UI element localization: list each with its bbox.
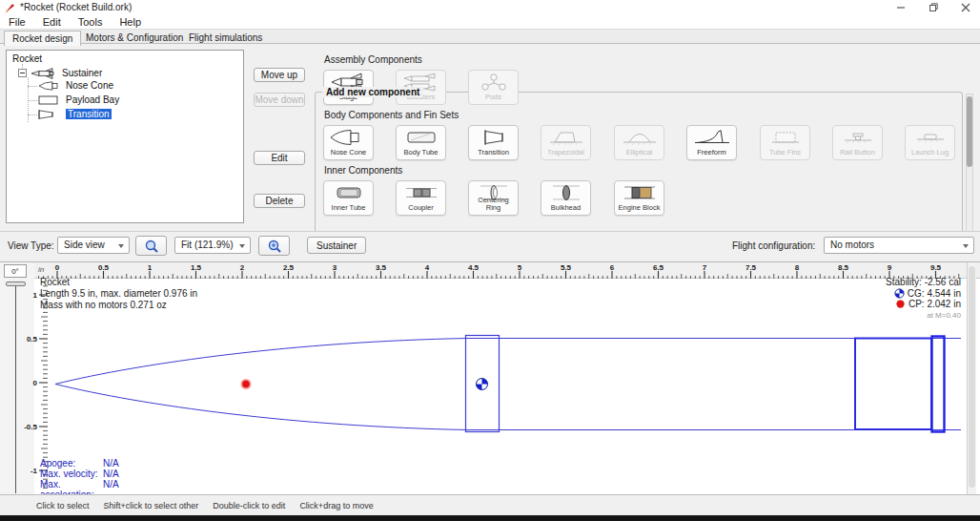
magnifier-icon <box>144 239 159 254</box>
cg-icon <box>894 288 905 299</box>
canvas-scrollbar[interactable] <box>967 262 976 495</box>
rail-button-icon <box>837 128 879 147</box>
apogee-value: N/A <box>103 458 119 469</box>
app-rocket-icon <box>5 2 16 13</box>
move-up-button[interactable]: Move up <box>254 68 305 82</box>
taskbar-edge <box>0 515 980 521</box>
trapezoidal-fin-icon <box>545 128 587 147</box>
zoom-out-button[interactable] <box>135 236 167 256</box>
max-velocity-value: N/A <box>103 469 119 479</box>
component-button-nose-cone[interactable]: Nose Cone <box>323 125 374 160</box>
tree-item-rocket[interactable]: Rocket <box>12 53 42 64</box>
flight-configuration-label: Flight configuration: <box>732 240 815 251</box>
tab-flight-simulations[interactable]: Flight simulations <box>181 31 270 45</box>
zoom-level-select[interactable]: Fit (121.9%) <box>174 237 251 254</box>
ruler-unit: in <box>38 265 44 274</box>
component-button-tube-fins[interactable]: Tube Fins <box>760 125 810 160</box>
tree-item-label[interactable]: Sustainer <box>62 68 102 78</box>
engine-block-icon <box>619 183 661 202</box>
component-button-pods[interactable]: Pods <box>468 70 519 105</box>
close-button[interactable] <box>951 0 980 15</box>
minimize-button[interactable] <box>887 0 915 15</box>
tree-item-label[interactable]: Nose Cone <box>66 80 113 91</box>
component-button-rail-button[interactable]: Rail Button <box>832 125 883 160</box>
collapse-expander-icon[interactable] <box>18 69 27 77</box>
menu-tools[interactable]: Tools <box>70 16 112 28</box>
rocket-length-info: Length 9.5 in, max. diameter 0.976 in <box>40 288 197 300</box>
component-button-transition[interactable]: Transition <box>468 125 519 160</box>
apogee-label: Apogee: <box>40 458 103 469</box>
menu-help[interactable]: Help <box>111 16 150 28</box>
component-tree[interactable]: Rocket Sustainer <box>6 50 244 223</box>
stability-block: Stability: -2.56 cal CG: 4.544 in CP: 2.… <box>886 277 961 321</box>
component-button-launch-lug[interactable]: Launch Lug <box>905 125 955 160</box>
tab-rocket-design[interactable]: Rocket design <box>4 31 81 46</box>
component-button-freeform[interactable]: Freeform <box>686 125 737 160</box>
chevron-down-icon <box>963 244 969 248</box>
move-down-button[interactable]: Move down <box>254 93 305 107</box>
edit-button[interactable]: Edit <box>254 151 305 165</box>
maximize-button[interactable] <box>919 0 948 15</box>
view-type-select[interactable]: Side view <box>57 237 130 254</box>
cg-marker <box>477 379 488 390</box>
stage-tree-icon <box>31 68 57 79</box>
minimize-icon <box>896 3 906 12</box>
tab-motors-configuration[interactable]: Motors & Configuration <box>78 31 191 45</box>
cp-marker <box>241 379 252 389</box>
window-title: *Rocket (Rocket Build.ork) <box>20 2 132 12</box>
component-button-engine-block[interactable]: Engine Block <box>614 180 664 216</box>
hint-click-drag: Click+drag to move <box>299 501 373 511</box>
nose-cone-tree-icon <box>38 81 63 91</box>
design-panel: Rocket Sustainer <box>0 44 980 231</box>
rotation-column: 0° <box>0 262 34 495</box>
tree-connector <box>28 100 37 101</box>
stage-toggle-sustainer[interactable]: Sustainer <box>307 237 366 254</box>
component-button-centering-ring[interactable]: Centering Ring <box>468 180 519 216</box>
hint-shift-click: Shift+click to select other <box>104 501 199 511</box>
nose-cone-icon <box>328 128 370 147</box>
menu-file[interactable]: File <box>0 16 34 28</box>
component-button-trapezoidal[interactable]: Trapezoidal <box>541 125 591 160</box>
close-icon <box>961 3 970 12</box>
restore-icon <box>929 3 938 12</box>
tube-fins-icon <box>765 128 806 147</box>
component-button-elliptical[interactable]: Elliptical <box>614 125 664 160</box>
zoom-in-button[interactable] <box>258 236 290 256</box>
component-button-inner-tube[interactable]: Inner Tube <box>323 180 374 216</box>
title-bar: *Rocket (Rocket Build.ork) <box>0 0 980 15</box>
component-button-coupler[interactable]: Coupler <box>396 180 446 216</box>
flight-configuration-select[interactable]: No motors <box>824 237 974 254</box>
rocket-info-block: Rocket Length 9.5 in, max. diameter 0.97… <box>40 277 197 311</box>
section-assembly-components: Assembly Components <box>324 54 422 65</box>
transition-tree-icon <box>38 110 63 119</box>
tree-connector <box>28 86 37 87</box>
bulkhead-icon <box>545 183 587 202</box>
cg-value: CG: 4.544 in <box>908 288 961 300</box>
rotation-slider-handle[interactable] <box>6 281 26 286</box>
cp-value: CP: 2.042 in <box>909 299 961 310</box>
status-bar: Click to select Shift+click to select ot… <box>0 494 980 515</box>
transition-icon <box>473 128 515 147</box>
tree-item-label-selected[interactable]: Transition <box>66 109 112 119</box>
rocket-design-canvas[interactable]: 0° in <box>0 261 980 494</box>
chevron-down-icon <box>118 244 124 248</box>
view-type-label: View Type: <box>8 240 54 251</box>
coupler-icon <box>400 183 442 202</box>
pods-icon <box>473 73 515 92</box>
max-velocity-label: Max. velocity: <box>40 469 103 479</box>
rocket-name: Rocket <box>40 277 197 288</box>
delete-button[interactable]: Delete <box>254 194 305 208</box>
tree-item-label[interactable]: Payload Bay <box>66 94 119 105</box>
selected-transition-outline <box>932 337 945 432</box>
chevron-down-icon <box>239 244 245 248</box>
scrollbar-thumb[interactable] <box>969 266 975 488</box>
component-button-body-tube[interactable]: Body Tube <box>396 125 446 160</box>
menu-edit[interactable]: Edit <box>34 16 70 28</box>
body-tube-icon <box>400 128 442 147</box>
add-component-title: Add new component <box>322 87 423 97</box>
component-button-bulkhead[interactable]: Bulkhead <box>541 180 591 216</box>
scrollbar-thumb[interactable] <box>967 96 972 167</box>
payload-bay-tree-icon <box>38 95 63 105</box>
magnifier-icon <box>267 239 282 254</box>
rotation-slider-track <box>15 283 16 493</box>
